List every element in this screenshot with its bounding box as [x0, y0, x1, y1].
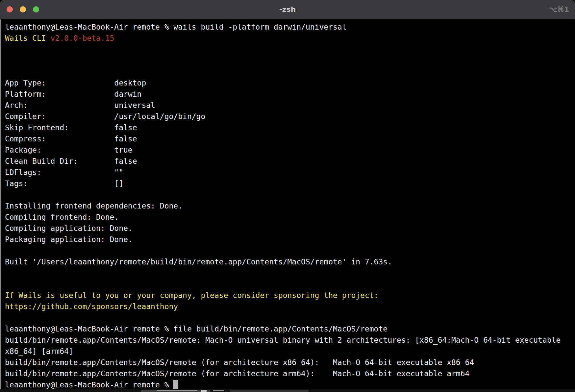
terminal-line: [5, 44, 572, 55]
terminal-line: [5, 245, 572, 256]
tab-shortcut-badge: ⌥⌘1: [549, 0, 569, 19]
terminal-line: Compiling frontend: Done.: [5, 211, 572, 223]
terminal-text-segment: Clean Build Dir: false: [5, 157, 137, 165]
terminal-text-segment: App Type: desktop: [5, 79, 146, 87]
terminal-line: build/bin/remote.app/Contents/MacOS/remo…: [5, 334, 572, 346]
terminal-line: Compress: false: [5, 133, 572, 144]
terminal-line: LDFlags: "": [5, 167, 572, 178]
terminal-text-segment: Wails CLI: [5, 34, 50, 42]
window-title: -zsh: [0, 0, 575, 19]
terminal-line: https://github.com/sponsors/leaanthony: [5, 301, 572, 312]
terminal-line: Platform: darwin: [5, 88, 572, 100]
terminal-text-segment: https://github.com/sponsors/leaanthony: [5, 302, 178, 311]
terminal-text-segment: LDFlags: "": [5, 168, 123, 177]
terminal-line: App Type: desktop: [5, 77, 572, 88]
terminal-line: Arch: universal: [5, 100, 572, 111]
terminal-line: Clean Build Dir: false: [5, 156, 572, 167]
terminal-line: If Wails is useful to you or your compan…: [5, 290, 572, 301]
terminal-text-segment: v2.0.0-beta.15: [50, 34, 114, 42]
terminal-line: [5, 66, 572, 77]
terminal-text-segment: Compiling application: Done.: [5, 224, 133, 233]
terminal-cursor[interactable]: [173, 380, 178, 389]
terminal-text-segment: leaanthony@Leas-MacBook-Air remote % fil…: [5, 325, 388, 333]
terminal-line: [5, 55, 572, 66]
terminal-line: [5, 267, 572, 279]
terminal-line: Wails CLI v2.0.0-beta.15: [5, 33, 572, 44]
terminal-line: Packaging application: Done.: [5, 234, 572, 245]
terminal-line: leaanthony@Leas-MacBook-Air remote % fil…: [5, 323, 572, 334]
terminal-text-segment: Package: true: [5, 146, 133, 154]
terminal-line: Compiling application: Done.: [5, 223, 572, 234]
terminal-line: Tags: []: [5, 178, 572, 189]
terminal-line: Compiler: /usr/local/go/bin/go: [5, 111, 572, 122]
clipped-artifact: [213, 390, 224, 391]
terminal-text-segment: build/bin/remote.app/Contents/MacOS/remo…: [5, 369, 469, 378]
terminal-line: [5, 189, 572, 200]
terminal-window: -zsh ⌥⌘1 leaanthony@Leas-MacBook-Air rem…: [0, 0, 575, 392]
terminal-text-segment: Installing frontend dependencies: Done.: [5, 202, 183, 210]
terminal-text-segment: Platform: darwin: [5, 90, 141, 98]
terminal-text-segment: build/bin/remote.app/Contents/MacOS/remo…: [5, 358, 474, 367]
terminal-output[interactable]: leaanthony@Leas-MacBook-Air remote % wai…: [0, 19, 575, 389]
background-window-sliver: [0, 389, 575, 392]
terminal-line: x86_64] [arm64]: [5, 346, 572, 357]
clipped-artifact: [157, 390, 197, 391]
terminal-line: Installing frontend dependencies: Done.: [5, 200, 572, 211]
terminal-line: Skip Frontend: false: [5, 122, 572, 133]
terminal-text-segment: leaanthony@Leas-MacBook-Air remote % wai…: [5, 23, 347, 31]
terminal-text-segment: leaanthony@Leas-MacBook-Air remote %: [5, 380, 173, 389]
terminal-line: [5, 279, 572, 290]
terminal-text-segment: Compiling frontend: Done.: [5, 213, 119, 221]
terminal-text-segment: build/bin/remote.app/Contents/MacOS/remo…: [5, 336, 561, 344]
terminal-text-segment: Tags: []: [5, 179, 123, 188]
clipped-artifact: [201, 390, 207, 392]
terminal-text-segment: Compress: false: [5, 135, 137, 143]
terminal-line: build/bin/remote.app/Contents/MacOS/remo…: [5, 357, 572, 368]
terminal-line: [5, 312, 572, 323]
terminal-line: Package: true: [5, 144, 572, 156]
terminal-line: Built '/Users/leaanthony/remote/build/bi…: [5, 256, 572, 267]
terminal-text-segment: If Wails is useful to you or your compan…: [5, 291, 378, 300]
terminal-line: build/bin/remote.app/Contents/MacOS/remo…: [5, 368, 572, 379]
terminal-text-segment: Built '/Users/leaanthony/remote/build/bi…: [5, 257, 392, 266]
terminal-text-segment: Arch: universal: [5, 101, 155, 110]
terminal-line: leaanthony@Leas-MacBook-Air remote % wai…: [5, 21, 572, 33]
title-bar[interactable]: -zsh ⌥⌘1: [0, 0, 575, 19]
terminal-text-segment: x86_64] [arm64]: [5, 347, 73, 355]
terminal-line: leaanthony@Leas-MacBook-Air remote %: [5, 379, 572, 389]
terminal-text-segment: Packaging application: Done.: [5, 235, 133, 244]
terminal-text-segment: Compiler: /usr/local/go/bin/go: [5, 112, 205, 121]
terminal-text-segment: Skip Frontend: false: [5, 123, 137, 132]
clipped-artifact: [230, 390, 309, 392]
